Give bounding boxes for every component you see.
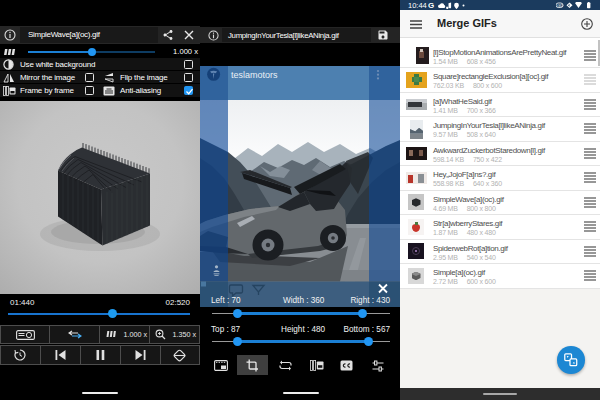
svg-text:Left : 70: Left : 70: [211, 296, 241, 305]
svg-text:G: G: [428, 2, 434, 9]
svg-text:Width : 360: Width : 360: [283, 296, 325, 305]
svg-text:teslamotors: teslamotors: [231, 70, 278, 80]
svg-text:GD: GD: [557, 4, 563, 8]
svg-text:Right : 430: Right : 430: [350, 296, 390, 305]
